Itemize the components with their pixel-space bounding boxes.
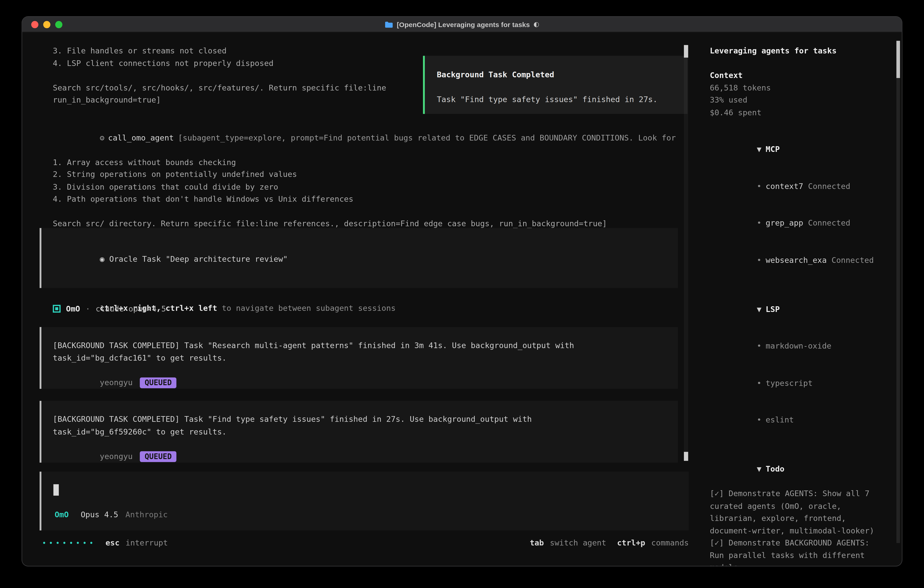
sidebar: Leveraging agents for tasks Context 66,5… (710, 45, 899, 566)
background-task-card[interactable]: [BACKGROUND TASK COMPLETED] Task "Find t… (40, 401, 678, 463)
status-badge: QUEUED (140, 451, 177, 462)
notification-toast[interactable]: Background Task Completed Task "Find typ… (423, 56, 688, 114)
bullet-icon: • (757, 218, 761, 228)
task-footer: yeongyuQUEUED (53, 438, 666, 475)
context-spent: $0.46 spent (710, 106, 899, 119)
tab-key[interactable]: tab (530, 538, 544, 547)
oracle-task-box[interactable]: ◉Oracle Task "Deep architecture review" … (40, 228, 678, 288)
toast-title: Background Task Completed (437, 69, 677, 81)
ctrlp-key[interactable]: ctrl+p (617, 538, 645, 547)
bullet-icon: • (757, 342, 761, 351)
task-line: task_id="bg_6f59260c" to get results. (53, 426, 666, 438)
titlebar[interactable]: [OpenCode] Leveraging agents for tasks ◐ (22, 17, 902, 33)
status-badge: QUEUED (140, 377, 177, 388)
mcp-section-header[interactable]: ▼MCP (710, 131, 899, 168)
terminal-content: 3. File handles or streams not closed 4.… (22, 33, 902, 566)
bullet-icon: • (757, 378, 761, 387)
esc-label: interrupt (125, 538, 168, 547)
toast-body: Task "Find type safety issues" finished … (437, 94, 677, 106)
scrollbar-thumb[interactable] (896, 41, 900, 78)
statusbar-left: •••••••• esc interrupt (42, 537, 168, 549)
window-title: [OpenCode] Leveraging agents for tasks ◐ (22, 17, 902, 32)
log-line: 3. File handles or streams not closed (53, 45, 386, 57)
screen: [OpenCode] Leveraging agents for tasks ◐… (0, 0, 924, 588)
half-circle-icon: ◐ (533, 20, 539, 28)
collapse-arrow-icon: ▼ (757, 464, 761, 474)
statusbar-right: tab switch agent ctrl+p commands (530, 537, 689, 549)
tool-args: [subagent_type=explore, prompt=Find pote… (178, 133, 676, 142)
window-title-text: [OpenCode] Leveraging agents for tasks (397, 21, 530, 28)
agent-header: OmO · claude-opus-4-5 (53, 302, 166, 315)
tool-line: 3. Division operations that could divide… (53, 181, 676, 193)
session-title: Leveraging agents for tasks (710, 45, 899, 57)
background-task-card[interactable]: [BACKGROUND TASK COMPLETED] Task "Resear… (40, 327, 678, 389)
log-line: Search src/tools/, src/hooks/, src/featu… (53, 82, 386, 94)
tool-line: 2. String operations on potentially unde… (53, 169, 676, 181)
model-provider: Anthropic (125, 510, 168, 519)
ctrlp-label: commands (651, 538, 689, 547)
task-user: yeongyu (100, 452, 133, 461)
task-line: [BACKGROUND TASK COMPLETED] Task "Find t… (53, 413, 666, 426)
mcp-item: •websearch_exaConnected (710, 242, 899, 279)
oracle-title-line: ◉Oracle Task "Deep architecture review" (53, 241, 666, 277)
bullet-icon: • (757, 415, 761, 424)
tool-line: 4. Path operations that don't handle Win… (53, 193, 676, 206)
tab-label: switch agent (550, 538, 606, 547)
tool-line (53, 206, 676, 218)
agent-icon (53, 305, 61, 313)
lsp-item: •typescript (710, 365, 899, 401)
folder-icon (385, 21, 393, 28)
tool-line: 1. Array access without bounds checking (53, 156, 676, 168)
task-user: yeongyu (100, 378, 133, 387)
tool-call-header: ⚙call_omo_agent[subagent_type=explore, p… (53, 119, 676, 156)
record-icon: ◉ (100, 254, 105, 263)
tool-name: call_omo_agent (108, 133, 174, 142)
model-agent: OmO (54, 510, 69, 519)
context-tokens: 66,518 tokens (710, 82, 899, 94)
model-line: OmO Opus 4.5 Anthropic (54, 510, 168, 519)
collapse-arrow-icon: ▼ (757, 145, 761, 154)
sidebar-scrollbar[interactable] (896, 41, 900, 543)
log-line (53, 69, 386, 82)
separator-dot: · (86, 304, 90, 313)
task-line: task_id="bg_dcfac161" to get results. (53, 352, 666, 364)
log-output: 3. File handles or streams not closed 4.… (53, 45, 386, 106)
lsp-item: •markdown-oxide (710, 328, 899, 365)
bullet-icon: • (757, 182, 761, 190)
context-header: Context (710, 69, 899, 82)
esc-key[interactable]: esc (106, 538, 120, 547)
tool-call: ⚙call_omo_agent[subagent_type=explore, p… (53, 119, 676, 230)
scrollbar-thumb[interactable] (684, 45, 688, 58)
terminal-window: [OpenCode] Leveraging agents for tasks ◐… (22, 17, 902, 566)
todo-section-header[interactable]: ▼Todo (710, 451, 899, 488)
log-line: 4. LSP client connections not properly d… (53, 57, 386, 69)
context-used: 33% used (710, 94, 899, 106)
task-footer: yeongyuQUEUED (53, 364, 666, 401)
gear-icon: ⚙ (100, 133, 105, 142)
log-line: run_in_background=true] (53, 94, 386, 106)
agent-name: OmO (66, 304, 80, 313)
lsp-section-header[interactable]: ▼LSP (710, 291, 899, 328)
task-line: [BACKGROUND TASK COMPLETED] Task "Resear… (53, 340, 666, 352)
mcp-item: •grep_appConnected (710, 205, 899, 242)
todo-item: [✓] Demonstrate AGENTS: Show all 7 curat… (710, 488, 899, 537)
mcp-item: •context7Connected (710, 168, 899, 205)
collapse-arrow-icon: ▼ (757, 304, 761, 314)
spinner-dots-icon: •••••••• (42, 538, 96, 547)
oracle-title: Oracle Task "Deep architecture review" (109, 254, 288, 263)
agent-model: claude-opus-4-5 (96, 304, 166, 313)
main-scrollbar[interactable] (684, 45, 688, 461)
model-name[interactable]: Opus 4.5 (81, 510, 118, 519)
text-cursor (53, 484, 59, 496)
scrollbar-thumb[interactable] (684, 452, 688, 461)
shortcut-hint: to navigate between subagent sessions (217, 303, 396, 312)
prompt-input[interactable]: OmO Opus 4.5 Anthropic (40, 472, 689, 530)
bullet-icon: • (757, 255, 761, 264)
lsp-item: •eslint (710, 402, 899, 439)
todo-item: [✓] Demonstrate BACKGROUND AGENTS: Run p… (710, 537, 899, 566)
